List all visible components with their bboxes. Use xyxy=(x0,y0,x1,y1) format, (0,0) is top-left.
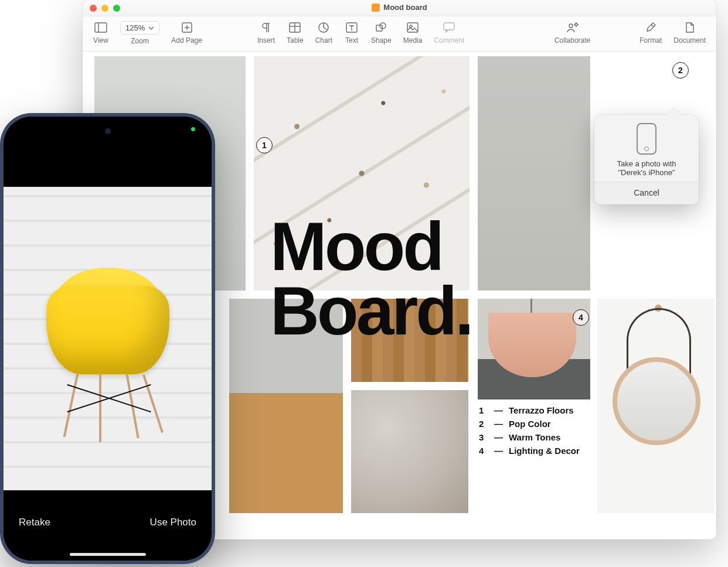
close-icon[interactable] xyxy=(90,5,97,12)
zoom-icon[interactable] xyxy=(113,5,120,12)
paragraph-icon xyxy=(258,21,274,34)
paintbrush-icon xyxy=(643,21,658,34)
text-button[interactable]: Text xyxy=(339,20,364,46)
chevron-down-icon xyxy=(148,25,154,31)
dynamic-island xyxy=(67,122,149,140)
continuity-camera-popover: Take a photo with "Derek's iPhone" Cance… xyxy=(594,115,699,204)
camera-bottom-bar: Retake Use Photo xyxy=(4,490,212,561)
table-icon xyxy=(287,21,302,34)
legend-item: 1—Terrazzo Floors xyxy=(479,405,580,415)
title-line-2: Board. xyxy=(270,279,471,343)
popover-text-line1: Take a photo with xyxy=(601,159,692,168)
comment-button: Comment xyxy=(429,20,469,46)
document-button[interactable]: Document xyxy=(669,20,710,46)
add-page-button[interactable]: Add Page xyxy=(166,20,207,46)
iphone-outline-icon xyxy=(637,123,656,155)
plus-page-icon xyxy=(179,21,195,34)
minimize-icon[interactable] xyxy=(101,5,108,12)
zoom-dropdown[interactable]: 125% xyxy=(120,21,159,35)
popover-body: Take a photo with "Derek's iPhone" xyxy=(594,115,699,182)
svg-rect-12 xyxy=(407,23,418,32)
insert-button[interactable]: Insert xyxy=(253,20,280,46)
image-icon xyxy=(405,21,420,34)
window-controls xyxy=(90,5,120,12)
document-type-icon xyxy=(372,4,380,12)
zoom-value: 125% xyxy=(125,23,145,32)
document-icon xyxy=(682,21,698,34)
iphone-device: Retake Use Photo xyxy=(0,113,215,564)
pie-chart-icon xyxy=(316,21,331,34)
shape-button[interactable]: Shape xyxy=(366,20,396,46)
popover-text-line2: "Derek's iPhone" xyxy=(601,168,692,177)
media-button[interactable]: Media xyxy=(399,20,427,46)
title-line-1: Mood xyxy=(270,214,471,279)
table-button[interactable]: Table xyxy=(282,20,308,46)
legend-item: 4—Lighting & Decor xyxy=(479,446,580,456)
legend-item: 2—Pop Color xyxy=(479,419,580,429)
page-title[interactable]: Mood Board. xyxy=(270,214,471,343)
camera-in-use-indicator-icon xyxy=(191,127,195,131)
svg-rect-0 xyxy=(95,23,107,32)
photo-subject xyxy=(35,263,181,439)
use-photo-button[interactable]: Use Photo xyxy=(150,517,196,528)
image-tile[interactable] xyxy=(597,299,715,513)
callout-marker[interactable]: 4 xyxy=(573,309,589,326)
image-tile[interactable] xyxy=(478,56,590,291)
window-title-text: Mood board xyxy=(383,3,427,12)
shape-icon xyxy=(373,21,389,34)
collaborate-icon xyxy=(565,21,580,34)
window-title: Mood board xyxy=(83,3,716,12)
titlebar[interactable]: Mood board xyxy=(83,0,716,16)
chart-button[interactable]: Chart xyxy=(311,20,337,46)
svg-point-13 xyxy=(410,25,412,28)
sidebar-icon xyxy=(93,21,108,34)
camera-capture-screen: Retake Use Photo xyxy=(4,117,212,561)
svg-point-15 xyxy=(569,24,573,28)
camera-preview[interactable] xyxy=(4,187,212,490)
callout-marker[interactable]: 1 xyxy=(256,137,273,153)
zoom-control[interactable]: 125% Zoom xyxy=(115,20,164,46)
svg-rect-14 xyxy=(444,23,454,30)
legend-item: 3—Warm Tones xyxy=(479,432,580,442)
legend-list: 1—Terrazzo Floors 2—Pop Color 3—Warm Ton… xyxy=(479,405,580,459)
comment-icon xyxy=(441,21,457,34)
svg-point-16 xyxy=(575,23,577,26)
cancel-button[interactable]: Cancel xyxy=(594,182,699,204)
callout-marker[interactable]: 2 xyxy=(672,62,689,78)
retake-button[interactable]: Retake xyxy=(19,517,50,528)
view-button[interactable]: View xyxy=(89,20,113,46)
format-button[interactable]: Format xyxy=(635,20,666,46)
front-camera-icon xyxy=(105,128,111,134)
text-box-icon xyxy=(344,21,359,34)
collaborate-button[interactable]: Collaborate xyxy=(550,20,595,46)
svg-point-11 xyxy=(380,23,386,29)
home-indicator[interactable] xyxy=(70,553,146,556)
toolbar: View 125% Zoom Add Page Insert xyxy=(83,16,716,52)
image-tile[interactable] xyxy=(351,390,468,513)
